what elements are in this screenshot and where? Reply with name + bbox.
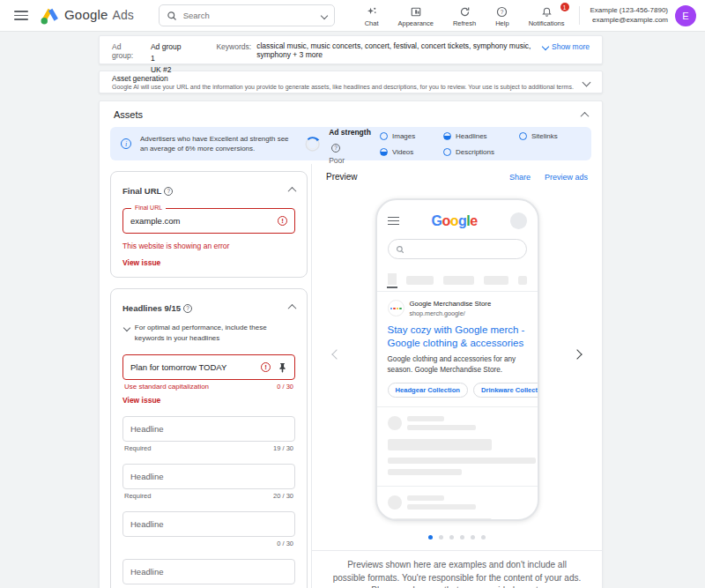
asset-generation-bar[interactable]: Asset generation Google AI will use your… (99, 71, 603, 93)
google-ads-logo[interactable]: Google Ads (41, 7, 134, 25)
account-avatar[interactable]: E (675, 5, 696, 26)
view-issue-link[interactable]: View issue (122, 258, 295, 267)
sitelink-button[interactable]: Drinkware Collection (473, 383, 539, 398)
asset-editor-column: Final URL? Final URL example.com ! This … (100, 164, 311, 588)
google-ads-logo-icon (41, 7, 60, 25)
top-app-bar: Google Ads Chat Appearance Refresh (0, 0, 705, 32)
chevron-down-icon (123, 324, 130, 331)
view-issue-link[interactable]: View issue (122, 396, 295, 405)
active-tab-placeholder (388, 273, 397, 285)
appearance-icon (410, 6, 422, 18)
account-name: Example (123-456-7890) (590, 6, 669, 16)
carousel-dot[interactable] (460, 535, 464, 540)
headline-input[interactable]: Headline (122, 511, 295, 537)
result-placeholder (388, 407, 527, 475)
info-icon: i (121, 138, 131, 149)
carousel-dot[interactable] (428, 535, 433, 540)
ad-preview: Google Merchandise Store shop.merch.goog… (388, 292, 527, 398)
help-icon[interactable]: ? (183, 304, 192, 313)
checklist-item: Videos (380, 148, 443, 156)
carousel-dot[interactable] (449, 535, 454, 540)
headline-field: Headline 0 / 30 (122, 559, 295, 588)
appearance-button[interactable]: Appearance (397, 4, 433, 27)
ad-headline[interactable]: Stay cozy with Google merch - Google clo… (388, 324, 527, 350)
advertiser-url: shop.merch.google/ (410, 309, 492, 317)
help-icon[interactable]: ? (331, 144, 340, 153)
headline-input[interactable]: Headline (122, 559, 295, 584)
show-more-link[interactable]: Show more (543, 41, 590, 51)
ad-strength-checklist: Images Headlines Sitelinks Videos Descri… (380, 130, 581, 159)
expand-chevron-icon[interactable] (583, 78, 591, 86)
ad-strength-banner: i Advertisers who have Excellent ad stre… (110, 127, 591, 160)
keywords-label: Keywords: (216, 41, 251, 51)
sitelink-button[interactable]: Headgear Collection (388, 383, 468, 398)
headlines-title: Headlines 9/15 (122, 303, 181, 313)
collapse-chevron-icon[interactable] (581, 111, 590, 120)
ad-strength-label: Ad strength (329, 128, 371, 137)
refresh-button[interactable]: Refresh (453, 4, 476, 27)
account-email: example@example.com (590, 16, 669, 26)
topbar-actions: Chat Appearance Refresh ? Help (365, 4, 565, 27)
result-placeholder (388, 487, 527, 521)
carousel-next-button[interactable] (574, 351, 581, 358)
headline-input[interactable]: Plan for tomorrow TODAY ! (122, 354, 295, 380)
keywords-value: classical music, music concerts, concert… (256, 41, 538, 59)
search-icon (167, 11, 177, 21)
checklist-item: Sitelinks (519, 132, 581, 140)
final-url-input[interactable]: Final URL example.com ! (122, 208, 295, 234)
phone-menu-icon (388, 217, 399, 225)
checklist-item: Descriptions (443, 148, 519, 156)
headline-field: Plan for tomorrow TODAY ! Use standard c… (122, 354, 295, 405)
global-search[interactable] (159, 4, 335, 26)
headline-field: Headline 0 / 30 (122, 511, 295, 547)
menu-icon[interactable] (14, 11, 28, 20)
carousel-previous-button[interactable] (333, 351, 340, 358)
headline-value: Headline (130, 519, 287, 529)
advertiser-favicon (388, 300, 404, 316)
help-icon[interactable]: ? (164, 187, 173, 196)
account-info: Example (123-456-7890) example@example.c… (579, 6, 669, 26)
phone-search-bar (388, 239, 527, 259)
headline-value: Headline (130, 472, 287, 481)
ad-group-context-bar: Ad group: Ad group 1 UK #2 Keywords: cla… (99, 35, 603, 64)
asset-generation-title: Asset generation (112, 74, 583, 83)
collapse-chevron-icon[interactable] (288, 186, 297, 195)
headline-value: Headline (130, 424, 287, 434)
ad-group-label: Ad group: (112, 41, 144, 60)
checklist-state-icon (380, 132, 388, 140)
headline-input[interactable]: Headline (122, 416, 295, 442)
chat-button[interactable]: Chat (365, 4, 379, 27)
headline-input[interactable]: Headline (122, 464, 295, 489)
checklist-item: Headlines (443, 132, 519, 140)
chevron-down-icon (542, 43, 549, 50)
error-icon: ! (261, 362, 271, 372)
headline-fields: Plan for tomorrow TODAY ! Use standard c… (122, 354, 295, 588)
headline-value: Plan for tomorrow TODAY (130, 362, 256, 372)
collapse-chevron-icon[interactable] (288, 303, 297, 312)
keyword-suggestion-hint[interactable]: For optimal ad performance, include thes… (122, 323, 295, 343)
headline-counter: 0 / 30 (277, 383, 293, 391)
checklist-state-icon (380, 148, 388, 156)
headline-field: Headline Required 19 / 30 (122, 416, 295, 452)
final-url-field-label: Final URL (131, 205, 166, 211)
share-link[interactable]: Share (509, 173, 531, 182)
search-input[interactable] (183, 11, 315, 20)
carousel-dot[interactable] (439, 535, 443, 540)
pin-icon[interactable] (278, 362, 287, 373)
carousel-dot[interactable] (471, 535, 475, 540)
checklist-label: Images (392, 132, 415, 140)
notification-badge: 1 (560, 3, 569, 11)
refresh-label: Refresh (453, 19, 476, 27)
checklist-label: Sitelinks (531, 132, 558, 140)
preview-ads-link[interactable]: Preview ads (545, 173, 588, 182)
ad-description: Google clothing and accessories for any … (388, 354, 520, 376)
checklist-item: Images (380, 132, 443, 140)
ad-group-value[interactable]: Ad group 1 UK #2 (151, 41, 187, 75)
help-icon: ? (496, 6, 508, 18)
chevron-down-icon[interactable] (320, 11, 327, 19)
notifications-button[interactable]: 1 Notifications (529, 4, 565, 27)
help-button[interactable]: ? Help (495, 4, 508, 27)
preview-disclaimer: Previews shown here are examples and don… (312, 550, 602, 588)
carousel-dot[interactable] (481, 535, 486, 540)
brand-google-text: Google (64, 7, 108, 22)
